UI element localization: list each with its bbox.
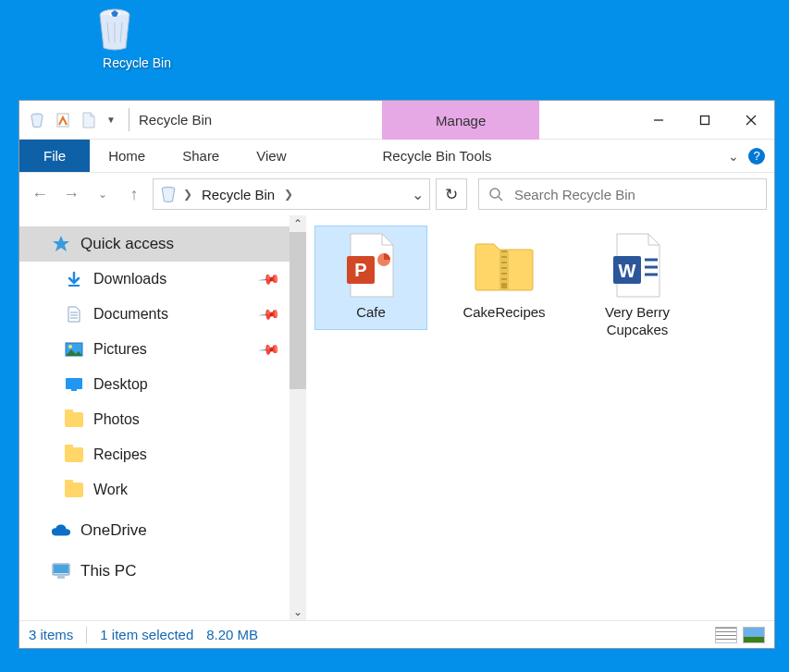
navpane-label: Work (93, 482, 128, 498)
folder-icon (64, 480, 84, 500)
navigation-pane: Quick access Downloads 📌 Documents 📌 Pic… (19, 215, 306, 620)
svg-rect-17 (66, 378, 82, 389)
qat-properties-button[interactable] (53, 110, 73, 130)
navpane-label: Photos (93, 411, 140, 428)
navpane-scrollbar[interactable]: ⌃ ⌄ (290, 215, 306, 620)
navpane-label: OneDrive (80, 521, 147, 540)
this-pc-icon (51, 561, 71, 581)
app-icon-recycle-bin[interactable] (27, 110, 47, 130)
tab-share[interactable]: Share (164, 140, 238, 172)
recycle-bin-icon (91, 6, 139, 54)
pictures-icon (64, 339, 84, 360)
ribbon-tabs: File Home Share View Recycle Bin Tools ⌄… (19, 140, 774, 173)
svg-line-9 (499, 197, 502, 201)
file-item-cakerecipes[interactable]: CakeRecipes (449, 226, 560, 329)
search-icon (488, 187, 503, 202)
navpane-this-pc[interactable]: This PC (19, 554, 306, 589)
navpane-quick-access[interactable]: Quick access (19, 226, 306, 262)
folder-icon (64, 445, 84, 465)
nav-recent-dropdown[interactable]: ⌄ (90, 181, 116, 207)
search-box[interactable] (478, 178, 767, 210)
svg-text:W: W (619, 261, 636, 281)
desktop-recycle-bin-label: Recycle Bin (91, 55, 183, 70)
zip-folder-icon (471, 232, 537, 299)
svg-rect-4 (701, 116, 709, 124)
file-label: CakeRecipes (452, 304, 556, 322)
ribbon-expand-icon[interactable]: ⌄ (728, 149, 739, 164)
download-icon (64, 269, 84, 289)
pin-icon: 📌 (257, 337, 281, 361)
window-title: Recycle Bin (133, 101, 217, 139)
scroll-up-icon[interactable]: ⌃ (290, 215, 306, 232)
navpane-item-pictures[interactable]: Pictures 📌 (19, 332, 306, 367)
folder-icon (64, 409, 84, 430)
titlebar-separator (129, 108, 129, 131)
powerpoint-icon: P (338, 232, 404, 299)
file-item-very-berry-cupcakes[interactable]: W Very Berry Cupcakes (582, 226, 693, 347)
navpane-label: Quick access (80, 235, 174, 253)
svg-rect-21 (57, 576, 65, 579)
svg-rect-26 (501, 283, 507, 288)
status-bar: 3 items 1 item selected 8.20 MB (19, 620, 774, 648)
status-selected-count: 1 item selected (100, 627, 193, 642)
tab-view[interactable]: View (238, 140, 304, 172)
navpane-item-photos[interactable]: Photos (19, 402, 306, 437)
tab-recycle-bin-tools[interactable]: Recycle Bin Tools (364, 140, 510, 172)
svg-rect-18 (71, 389, 77, 391)
contextual-tab-header-wrap: Manage (382, 101, 539, 139)
nav-back-button[interactable]: ← (27, 181, 53, 207)
navpane-label: Recipes (93, 446, 147, 463)
title-bar: ▼ Recycle Bin Manage (19, 101, 774, 140)
file-item-cafe[interactable]: P Cafe (315, 226, 426, 329)
svg-point-16 (68, 345, 72, 348)
navpane-item-work[interactable]: Work (19, 472, 306, 507)
navpane-onedrive[interactable]: OneDrive (19, 513, 306, 548)
file-label: Cafe (319, 304, 423, 322)
breadcrumb-current[interactable]: Recycle Bin (198, 187, 278, 202)
navpane-label: Pictures (93, 341, 147, 358)
star-icon (51, 234, 71, 254)
scroll-down-icon[interactable]: ⌄ (290, 604, 306, 620)
status-selected-size: 8.20 MB (206, 627, 258, 642)
navpane-item-downloads[interactable]: Downloads 📌 (19, 262, 306, 297)
help-button[interactable]: ? (748, 148, 765, 165)
explorer-window: ▼ Recycle Bin Manage File Home Share Vie… (18, 100, 775, 649)
search-input[interactable] (512, 186, 757, 203)
file-list-pane[interactable]: P Cafe CakeRecipes W Very Berry Cupcakes (306, 215, 774, 620)
nav-up-button[interactable]: ↑ (121, 181, 147, 207)
chevron-right-icon[interactable]: ❯ (284, 188, 293, 201)
document-icon (64, 304, 84, 324)
view-details-button[interactable] (715, 627, 737, 643)
close-button[interactable] (728, 101, 774, 139)
navpane-label: Documents (93, 306, 168, 323)
address-bar[interactable]: ❯ Recycle Bin ❯ ⌄ (153, 178, 430, 210)
navpane-item-recipes[interactable]: Recipes (19, 437, 306, 472)
address-bar-dropdown[interactable]: ⌄ (412, 186, 424, 203)
navpane-item-desktop[interactable]: Desktop (19, 367, 306, 402)
qat-document-button[interactable] (79, 110, 99, 130)
navpane-label: Downloads (93, 271, 166, 287)
address-bar-row: ← → ⌄ ↑ ❯ Recycle Bin ❯ ⌄ ↻ (19, 173, 774, 215)
file-label: Very Berry Cupcakes (586, 304, 689, 339)
maximize-button[interactable] (682, 101, 728, 139)
window-body: Quick access Downloads 📌 Documents 📌 Pic… (19, 215, 774, 620)
minimize-button[interactable] (635, 101, 682, 139)
desktop-recycle-bin[interactable]: Recycle Bin (91, 6, 183, 70)
navpane-label: Desktop (93, 376, 148, 393)
svg-rect-20 (54, 565, 68, 573)
pin-icon: 📌 (257, 267, 281, 291)
qat-customize-dropdown[interactable]: ▼ (105, 110, 117, 130)
quick-access-toolbar: ▼ (19, 101, 125, 139)
address-bar-recycle-bin-icon (159, 185, 178, 203)
contextual-tab-header: Manage (382, 101, 539, 140)
scrollbar-thumb[interactable] (290, 232, 306, 389)
navpane-item-documents[interactable]: Documents 📌 (19, 297, 306, 332)
tab-file[interactable]: File (19, 140, 90, 172)
refresh-button[interactable]: ↻ (436, 178, 467, 210)
status-item-count: 3 items (29, 627, 73, 642)
tab-home[interactable]: Home (90, 140, 164, 172)
onedrive-icon (51, 520, 71, 541)
nav-forward-button[interactable]: → (58, 181, 84, 207)
view-large-icons-button[interactable] (743, 627, 765, 643)
chevron-right-icon[interactable]: ❯ (183, 188, 192, 201)
